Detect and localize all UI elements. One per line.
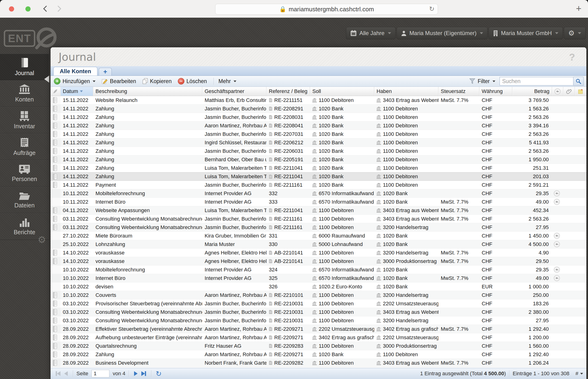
first-page-button[interactable] [56, 371, 60, 376]
table-row[interactable]: 03.10.2022Consulting Webentwicklung Mona… [51, 308, 586, 316]
column-header-partner[interactable]: Geschäftspartner [202, 87, 266, 96]
table-row[interactable]: 10.10.2022CouvertsAaron Martinez, Rohrba… [51, 291, 586, 300]
column-header-betrag[interactable]: Betrag [512, 87, 552, 96]
cell-datum: 14.11.2022 [60, 155, 93, 164]
chevron-down-icon [234, 80, 236, 82]
search-button[interactable] [573, 77, 584, 86]
column-header-attachment[interactable] [563, 87, 575, 96]
table-row[interactable]: 14.11.2022ZahlungAaron Martinez, Rohrbau… [51, 122, 586, 130]
copy-button[interactable]: Kopieren [142, 78, 172, 84]
refresh-icon[interactable]: ↻ [156, 370, 162, 378]
edit-button[interactable]: Bearbeiten [102, 78, 136, 84]
table-row[interactable]: 28.09.2022Effektiver Steuerbetrag (verei… [51, 325, 586, 333]
table-row[interactable]: 28.09.2022Business DevelopmentNorbert Fr… [51, 359, 586, 367]
cell-betrag: 1 292.40 [512, 325, 552, 333]
table-row[interactable]: 14.11.2022PaymentJasmin Bucher, Bucherin… [51, 181, 586, 189]
table-row[interactable]: 28.09.2022QuartalsrechnungFritz Hauser A… [51, 342, 586, 350]
cell-betrag: 1 950.00 [512, 155, 552, 164]
minimize-window-button[interactable] [0, 6, 5, 12]
header-entry-icon-column[interactable] [51, 87, 60, 96]
table-row[interactable]: 10.11.2022MobiltelefonrechnungInternet P… [51, 189, 586, 198]
close-window-button[interactable] [9, 6, 14, 12]
table-row[interactable]: 14.11.2022ZahlungJasmin Bucher, Bucherin… [51, 105, 586, 113]
table-row[interactable]: 14.11.2022ZahlungJasmin Bucher, Bucherin… [51, 130, 586, 138]
cell-steuersatz [438, 181, 479, 189]
table-row[interactable]: 14.10.2022vorauskasseAgnes Helbner, Elek… [51, 249, 586, 257]
delete-button[interactable]: − Löschen [178, 78, 207, 84]
column-header-ref[interactable]: Referenz / Beleg [266, 87, 310, 96]
tab-alle-konten[interactable]: Alle Konten [53, 67, 97, 76]
table-row[interactable]: 03.10.2022Provisorischer Steuerbetrag (v… [51, 300, 586, 308]
account-bank-icon [377, 276, 381, 280]
fiscal-year-button[interactable]: Alle Jahre [346, 27, 396, 39]
settings-menu-button[interactable]: ⚙ [564, 27, 586, 39]
help-icon[interactable]: ? [569, 51, 575, 63]
table-row[interactable]: 14.11.2022ZahlungIngird Schlüssel, Resta… [51, 138, 586, 147]
column-header-note[interactable] [575, 87, 586, 96]
search-input[interactable] [500, 77, 573, 85]
cell-haben: 1020 Bank [374, 198, 438, 206]
table-row[interactable]: 10.10.2022MobiltelefonrechnungInternet P… [51, 266, 586, 274]
table-row[interactable]: 10.11.2022Internet BüroInternet Provider… [51, 198, 586, 206]
table-row[interactable]: 14.11.2022ZahlungBernhard Ober, Ober Bau… [51, 155, 586, 164]
table-row[interactable]: 03.11.2022Consulting Webentwicklung Mona… [51, 223, 586, 232]
table-row[interactable]: 04.11.2022Webseite AnpassungenLuisa Tom,… [51, 206, 586, 215]
add-tab-button[interactable]: + [99, 68, 112, 76]
sidebar-item-journal[interactable]: Journal [0, 54, 49, 80]
next-page-button[interactable] [134, 371, 138, 376]
column-header-steuer[interactable]: Steuersatz [438, 87, 479, 96]
column-header-haben[interactable]: Haben [374, 87, 438, 96]
cell-comment [552, 249, 563, 257]
url-bar[interactable]: 🔒 mariamustergmbh.cashctrl.com ↻ [215, 4, 438, 15]
account-bank-icon [377, 183, 381, 187]
sidebar-item-personen[interactable]: Personen [0, 160, 49, 187]
column-header-comment[interactable] [552, 87, 563, 96]
table-row[interactable]: 14.11.2022ZahlungJasmin Bucher, Bucherin… [51, 147, 586, 155]
page-number-input[interactable] [91, 370, 109, 377]
cell-steuersatz [438, 350, 479, 359]
sidebar-item-auftraege[interactable]: Aufträge [0, 133, 49, 160]
forward-icon[interactable] [56, 5, 63, 12]
table-row[interactable]: 10.10.2022devisen3261020.2 Euro-Konto102… [51, 283, 586, 291]
column-header-besch[interactable]: Beschreibung [93, 87, 202, 96]
table-row[interactable]: 14.11.2022ZahlungLuisa Tom, Malerarbeite… [51, 164, 586, 172]
previous-page-button[interactable] [64, 371, 68, 376]
column-header-datum[interactable]: Datum [60, 87, 93, 96]
account-bank-icon [312, 183, 317, 187]
back-icon[interactable] [42, 5, 49, 12]
table-row[interactable]: 28.09.2022ZahlungAaron Martinez, Rohrbau… [51, 350, 586, 359]
company-menu-button[interactable]: Maria Muster GmbH [488, 27, 563, 39]
new-tab-button[interactable]: + [576, 3, 581, 14]
table-row[interactable]: 14.11.2022ZahlungJasmin Bucher, Bucherin… [51, 113, 586, 122]
cell-haben: 1020 Bank [374, 240, 438, 248]
table-row[interactable]: 10.10.2022Internet BüroInternet Provider… [51, 274, 586, 283]
column-header-waehr[interactable]: Währung [479, 87, 512, 96]
filter-button[interactable]: Filter [478, 78, 495, 84]
add-button[interactable]: + Hinzufügen [54, 78, 95, 84]
account-bank-icon [312, 335, 317, 340]
cell-betrag: 3 394.16 [512, 122, 552, 130]
column-header-soll[interactable]: Soll [310, 87, 374, 96]
table-row[interactable]: 28.09.2022Aufhebung unbesteuerter Einträ… [51, 333, 586, 342]
sidebar-item-inventar[interactable]: Inventar [0, 107, 49, 133]
sidebar-item-konten[interactable]: Konten [0, 80, 49, 107]
reload-icon[interactable]: ↻ [429, 5, 434, 13]
more-button[interactable]: Mehr [219, 78, 236, 84]
cell-soll: 1020 Bank [310, 173, 374, 181]
table-row[interactable]: 25.10.2022LohnzahlungMaria Muster3305000… [51, 240, 586, 249]
per-page-button[interactable]: # [575, 371, 578, 377]
last-page-button[interactable] [141, 371, 146, 376]
cell-comment [552, 274, 563, 282]
sidebar-item-dateien[interactable]: Dateien [0, 187, 49, 213]
document-icon [269, 352, 272, 357]
table-row[interactable]: 03.11.2022Consulting Webentwicklung Mona… [51, 215, 586, 223]
table-row[interactable]: 15.11.2022Website RelaunchMatthias Erb, … [51, 96, 586, 105]
zoom-window-button[interactable] [25, 6, 30, 12]
table-row[interactable]: 03.10.2022Consulting Webentwicklung Mona… [51, 316, 586, 325]
sidebar-gear-icon[interactable]: ⚙ [38, 234, 46, 245]
user-menu-button[interactable]: Maria Muster (Eigentümer) [397, 27, 487, 39]
table-row[interactable]: 14.11.2022ZahlungLuisa Tom, Malerarbeite… [51, 172, 586, 181]
table-row[interactable]: 14.10.2022vorauskasseAgnes Helbner, Elek… [51, 257, 586, 266]
table-row[interactable]: 27.10.2022Miete BüroraumKira Gruber, Imm… [51, 232, 586, 240]
cell-entry-icon [51, 291, 60, 299]
